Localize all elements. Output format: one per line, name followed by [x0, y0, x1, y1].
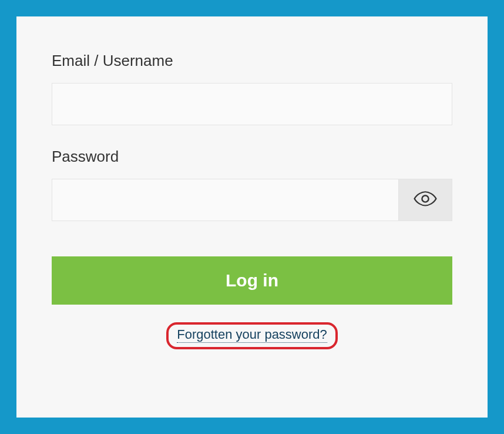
password-input[interactable] [52, 179, 398, 221]
username-group: Email / Username [52, 52, 452, 125]
forgot-password-link[interactable]: Forgotten your password? [177, 327, 327, 343]
forgot-password-area: Forgotten your password? [52, 322, 452, 349]
toggle-password-visibility-button[interactable] [398, 179, 452, 221]
login-button[interactable]: Log in [52, 256, 452, 305]
svg-point-0 [422, 195, 428, 202]
password-group: Password [52, 148, 452, 221]
eye-icon [413, 186, 438, 213]
username-label: Email / Username [52, 52, 452, 70]
password-row [52, 179, 452, 221]
forgot-password-highlight: Forgotten your password? [166, 322, 338, 349]
login-panel: Email / Username Password Log in Forgott… [16, 16, 488, 418]
password-label: Password [52, 148, 452, 166]
username-input[interactable] [52, 83, 452, 125]
